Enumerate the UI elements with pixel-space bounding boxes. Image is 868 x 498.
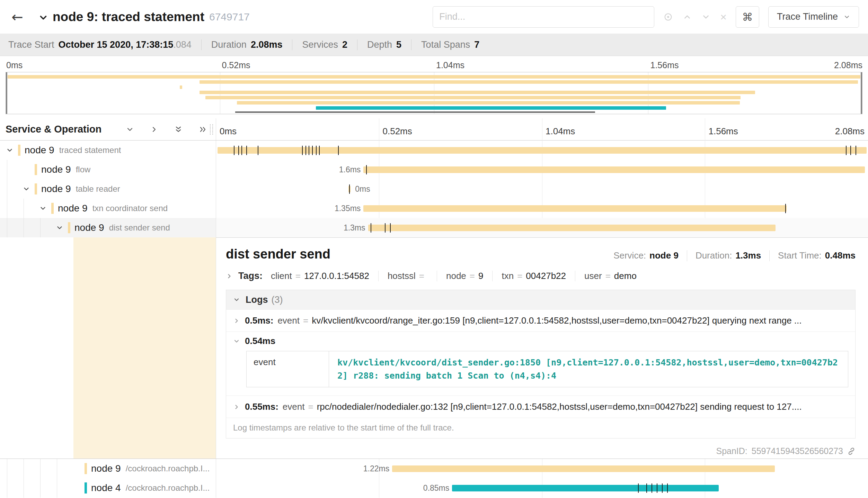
span-row: node 9 txn coordinator send 1.35ms: [0, 199, 868, 218]
chevron-down-icon: [843, 13, 850, 20]
log-key: event: [277, 315, 300, 326]
span-name-cell[interactable]: node 4 /cockroach.roachpb.I...: [0, 478, 216, 498]
operation-name: flow: [76, 165, 91, 174]
minimap-span-bar: [180, 85, 182, 89]
logs-label: Logs: [246, 295, 268, 305]
logs-count: (3): [272, 295, 283, 305]
panel-resize-handle[interactable]: [210, 124, 213, 135]
chevron-right-icon: [233, 404, 240, 410]
span-track[interactable]: 1.6ms: [216, 160, 868, 179]
span-track[interactable]: 1.35ms: [216, 199, 868, 218]
span-detail-left-strip: [0, 237, 216, 459]
span-bar[interactable]: [368, 225, 776, 231]
log-value: rpc/nodedialer/nodedialer.go:132 [n9,cli…: [317, 401, 802, 412]
span-row: node 9 traced statement: [0, 141, 868, 160]
trace-minimap: 0ms 0.52ms 1.04ms 1.56ms 2.08ms: [0, 56, 868, 118]
tags-row[interactable]: Tags: client=127.0.0.1:54582 hostssl= no…: [226, 271, 856, 281]
chevron-down-icon[interactable]: [35, 205, 51, 212]
log-entry-expanded-header[interactable]: 0.54ms: [226, 332, 855, 350]
span-name-cell[interactable]: node 9 table reader: [0, 179, 216, 199]
span-name-cell[interactable]: node 9 /cockroach.roachpb.I...: [0, 459, 216, 478]
span-duration-label: 0ms: [352, 184, 373, 194]
previous-result-icon[interactable]: [683, 12, 692, 21]
view-selector-button[interactable]: Trace Timeline: [768, 6, 859, 28]
logs-footnote: Log timestamps are relative to the start…: [226, 418, 855, 438]
collapse-one-icon[interactable]: [126, 125, 134, 134]
chevron-down-icon[interactable]: [52, 224, 67, 232]
span-row-selected: node 9 dist sender send 1.3ms: [0, 218, 868, 237]
logs-section: Logs (3) 0.5ms: event = kv/kvclient/kvco…: [226, 290, 856, 438]
expand-one-icon[interactable]: [150, 125, 158, 134]
chevron-right-icon[interactable]: [226, 273, 233, 280]
span-track[interactable]: 1.22ms: [216, 459, 868, 478]
service-name: node 9: [25, 145, 54, 156]
operation-name: traced statement: [59, 145, 121, 155]
logs-header[interactable]: Logs (3): [226, 290, 855, 309]
chevron-down-icon: [233, 338, 240, 345]
chevron-down-icon[interactable]: [19, 185, 34, 193]
log-event-table: event kv/kvclient/kvcoord/dist_sender.go…: [246, 351, 848, 387]
log-entry-collapsed[interactable]: 0.55ms: event = rpc/nodedialer/nodediale…: [226, 396, 855, 418]
log-timestamp: 0.54ms: [245, 336, 275, 346]
service-name: node 9: [41, 164, 71, 175]
span-name-cell[interactable]: node 9 flow: [0, 160, 216, 179]
keyboard-shortcuts-button[interactable]: ⌘: [736, 6, 759, 28]
timeline-view: Service & Operation: [0, 118, 868, 498]
top-bar: ← node 9: traced statement 6749717 × ⌘ T…: [0, 0, 868, 34]
span-bar[interactable]: [392, 465, 775, 472]
next-result-icon[interactable]: [701, 12, 710, 21]
chevron-down-icon[interactable]: [2, 146, 17, 154]
view-selector-label: Trace Timeline: [777, 11, 838, 22]
span-detail-meta: Service: node 9 Duration: 1.3ms Start Ti…: [613, 250, 856, 261]
span-track[interactable]: 0.85ms: [216, 478, 868, 498]
span-name-cell[interactable]: node 9 txn coordinator send: [0, 199, 216, 218]
locate-icon[interactable]: [663, 12, 673, 22]
span-track[interactable]: [216, 141, 868, 160]
expand-all-icon[interactable]: [198, 125, 207, 134]
minimap-canvas[interactable]: [6, 72, 862, 114]
span-name-cell[interactable]: node 9 dist sender send: [0, 218, 216, 237]
span-track[interactable]: 1.3ms: [216, 218, 868, 237]
log-entry-collapsed[interactable]: 0.5ms: event = kv/kvclient/kvcoord/range…: [226, 309, 855, 332]
span-row: node 9 flow 1.6ms: [0, 160, 868, 179]
service-name: node 9: [41, 183, 71, 194]
span-bar[interactable]: [363, 166, 865, 173]
log-key: event: [283, 401, 305, 412]
span-color-swatch: [18, 145, 20, 156]
find-input[interactable]: [433, 6, 654, 28]
link-icon[interactable]: [847, 447, 856, 455]
page-title: node 9: traced statement: [53, 10, 204, 24]
timeline-time-ruler: 0ms 0.52ms 1.04ms 1.56ms 2.08ms: [216, 118, 868, 140]
minimap-span-bar: [205, 96, 741, 99]
timeline-header: Service & Operation: [0, 118, 868, 141]
span-track[interactable]: 0ms: [216, 179, 868, 199]
span-color-swatch: [68, 222, 70, 233]
service-name: node 9: [74, 222, 104, 233]
tag-item: txn=00427b22: [492, 271, 566, 281]
span-color-swatch: [85, 463, 87, 474]
span-duration-label: 1.3ms: [341, 223, 368, 233]
back-button[interactable]: ←: [6, 9, 28, 25]
collapse-all-icon[interactable]: [174, 125, 183, 134]
minimap-focus-bar: [235, 111, 595, 113]
collapse-header-chevron-icon[interactable]: [38, 12, 48, 23]
span-bar[interactable]: [348, 186, 351, 192]
depth-item: Depth 5: [357, 39, 411, 50]
span-bar[interactable]: [452, 485, 719, 491]
operation-name: dist sender send: [109, 223, 170, 233]
minimap-span-bar: [200, 80, 858, 84]
clear-search-icon[interactable]: ×: [720, 11, 727, 22]
log-field-value: kv/kvclient/kvcoord/dist_sender.go:1850 …: [329, 351, 848, 387]
trace-timeline-page: ← node 9: traced statement 6749717 × ⌘ T…: [0, 0, 868, 498]
span-bar[interactable]: [218, 147, 867, 154]
operation-name: /cockroach.roachpb.I...: [126, 483, 210, 493]
span-bar[interactable]: [363, 205, 786, 212]
span-color-swatch: [35, 183, 37, 194]
span-name-cell[interactable]: node 9 traced statement: [0, 141, 216, 160]
span-color-swatch: [51, 203, 54, 214]
span-row: node 9 table reader 0ms: [0, 179, 868, 199]
trace-summary-bar: Trace Start October 15 2020, 17:38:15.08…: [0, 34, 868, 56]
operation-name: txn coordinator send: [92, 203, 168, 213]
trace-start-ms: .084: [173, 39, 192, 50]
total-spans-item: Total Spans 7: [411, 39, 489, 50]
